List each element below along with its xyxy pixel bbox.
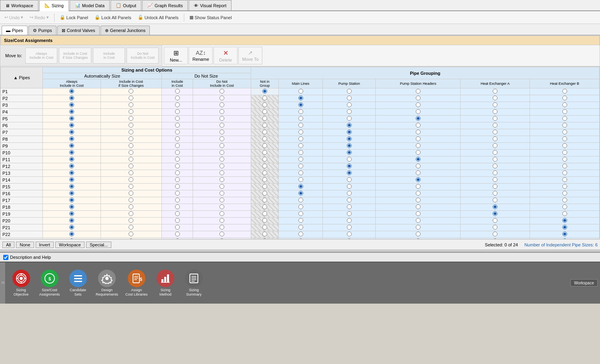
include-if-changes-radio[interactable]: [129, 109, 133, 114]
not-in-group-radio[interactable]: [262, 170, 267, 175]
always-include-radio[interactable]: [69, 157, 74, 162]
common-group-radio-3[interactable]: [493, 191, 497, 196]
common-group-radio-1[interactable]: [347, 136, 352, 141]
candidate-sets-icon-item[interactable]: CandidateSets: [65, 268, 91, 298]
workspace-sel-button[interactable]: Workspace: [55, 242, 85, 248]
common-group-radio-2[interactable]: [416, 198, 421, 202]
include-if-changes-radio[interactable]: [129, 170, 133, 175]
include-cost-radio[interactable]: [175, 177, 180, 182]
common-group-radio-2[interactable]: [416, 204, 421, 209]
sub-tab-pumps[interactable]: ⚙ Pumps: [28, 26, 56, 35]
not-in-group-radio[interactable]: [262, 177, 267, 182]
common-group-radio-0[interactable]: [298, 204, 303, 209]
common-group-radio-1[interactable]: [347, 170, 352, 175]
common-group-radio-4[interactable]: [562, 204, 567, 209]
common-group-radio-0[interactable]: [298, 123, 303, 128]
common-group-radio-1[interactable]: [347, 143, 352, 148]
always-include-radio[interactable]: [69, 218, 74, 223]
not-include-cost-radio[interactable]: [219, 204, 224, 209]
common-group-radio-2[interactable]: [416, 102, 421, 107]
tab-workspace[interactable]: 🖥 Workspace: [0, 0, 38, 10]
include-if-changes-radio[interactable]: [129, 89, 133, 94]
common-group-radio-1[interactable]: [347, 218, 352, 223]
all-button[interactable]: All: [2, 242, 14, 248]
not-in-group-radio[interactable]: [262, 109, 267, 114]
not-include-cost-radio[interactable]: [219, 170, 224, 175]
common-group-radio-0[interactable]: [298, 198, 303, 202]
include-cost-radio[interactable]: [175, 136, 180, 141]
include-cost-radio[interactable]: [175, 191, 180, 196]
common-group-radio-2[interactable]: [416, 109, 421, 114]
include-cost-radio[interactable]: [175, 89, 180, 94]
common-group-radio-3[interactable]: [493, 164, 497, 168]
include-if-changes-radio[interactable]: [129, 157, 133, 162]
sub-tab-pipes[interactable]: ▬ Pipes: [2, 26, 28, 35]
not-in-group-radio[interactable]: [262, 211, 267, 216]
not-include-cost-radio[interactable]: [219, 218, 224, 223]
tab-graph-results[interactable]: 📈 Graph Results: [142, 0, 188, 10]
tab-visual-report[interactable]: 👁 Visual Report: [189, 0, 232, 10]
include-cost-radio[interactable]: [175, 157, 180, 162]
include-cost-radio[interactable]: [175, 102, 180, 107]
include-cost-radio[interactable]: [175, 238, 180, 239]
common-group-radio-0[interactable]: [298, 157, 303, 162]
not-include-cost-radio[interactable]: [219, 225, 224, 230]
common-group-radio-2[interactable]: [416, 211, 421, 216]
common-group-radio-1[interactable]: [347, 177, 352, 182]
common-group-radio-0[interactable]: [298, 130, 303, 134]
common-group-radio-4[interactable]: [562, 170, 567, 175]
not-include-cost-radio[interactable]: [219, 177, 224, 182]
include-cost-radio[interactable]: [175, 130, 180, 134]
include-cost-radio[interactable]: [175, 96, 180, 100]
not-include-cost-radio[interactable]: [219, 136, 224, 141]
always-include-radio[interactable]: [69, 96, 74, 100]
common-group-radio-4[interactable]: [562, 136, 567, 141]
include-cost-radio[interactable]: [175, 198, 180, 202]
delete-button[interactable]: ✕ Delete: [213, 47, 238, 64]
common-group-radio-3[interactable]: [493, 218, 497, 223]
include-if-changes-radio[interactable]: [129, 150, 133, 155]
include-if-changes-radio[interactable]: [129, 232, 133, 236]
include-cost-radio[interactable]: [175, 225, 180, 230]
include-if-changes-radio[interactable]: [129, 177, 133, 182]
not-include-cost-radio[interactable]: [219, 123, 224, 128]
common-group-radio-0[interactable]: [298, 164, 303, 168]
always-include-radio[interactable]: [69, 109, 74, 114]
include-if-changes-radio[interactable]: [129, 211, 133, 216]
common-group-radio-2[interactable]: [416, 170, 421, 175]
common-group-radio-1[interactable]: [347, 184, 352, 189]
include-if-changes-radio[interactable]: [129, 218, 133, 223]
not-include-cost-radio[interactable]: [219, 211, 224, 216]
side-handle[interactable]: ⠿: [0, 262, 6, 304]
always-include-radio[interactable]: [69, 204, 74, 209]
not-in-group-radio[interactable]: [262, 150, 267, 155]
not-in-group-radio[interactable]: [262, 218, 267, 223]
always-include-radio[interactable]: [69, 102, 74, 107]
common-group-radio-4[interactable]: [562, 143, 567, 148]
common-group-radio-0[interactable]: [298, 232, 303, 236]
common-group-radio-1[interactable]: [347, 150, 352, 155]
common-group-radio-1[interactable]: [347, 96, 352, 100]
include-if-changes-radio[interactable]: [129, 102, 133, 107]
common-group-radio-1[interactable]: [347, 225, 352, 230]
not-in-group-radio[interactable]: [262, 130, 267, 134]
common-group-radio-3[interactable]: [493, 184, 497, 189]
common-group-radio-3[interactable]: [493, 211, 497, 216]
common-group-radio-3[interactable]: [493, 136, 497, 141]
common-group-radio-0[interactable]: [298, 218, 303, 223]
not-in-group-radio[interactable]: [262, 238, 267, 239]
show-status-button[interactable]: ▦ Show Status Panel: [187, 14, 235, 21]
include-if-changes-radio[interactable]: [129, 225, 133, 230]
not-include-cost-radio[interactable]: [219, 116, 224, 121]
include-if-changes-radio[interactable]: [129, 130, 133, 134]
include-if-changes-radio[interactable]: [129, 96, 133, 100]
not-in-group-radio[interactable]: [262, 89, 267, 94]
not-include-cost-radio[interactable]: [219, 164, 224, 168]
common-group-radio-2[interactable]: [416, 232, 421, 236]
always-include-radio[interactable]: [69, 184, 74, 189]
include-if-changes-radio[interactable]: [129, 184, 133, 189]
not-include-cost-radio[interactable]: [219, 232, 224, 236]
not-include-cost-radio[interactable]: [219, 184, 224, 189]
common-group-radio-3[interactable]: [493, 130, 497, 134]
not-include-cost-radio[interactable]: [219, 109, 224, 114]
